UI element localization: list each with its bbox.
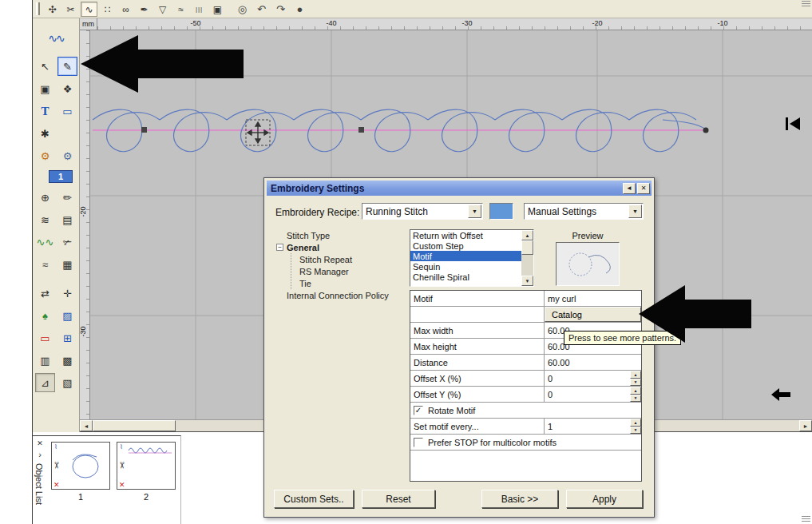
distance-value[interactable]: 60.00 [545,355,641,370]
calligraphy-icon[interactable]: ✒ [136,2,152,17]
list-item[interactable]: Custom Step [410,240,533,251]
recipe-combobox[interactable]: Running Stitch ▼ [362,203,483,220]
offset-y-spinner[interactable]: ▲▼ [630,387,641,402]
bezier-tool-icon[interactable]: ∿ [81,2,97,17]
object-thumbnail-1[interactable]: ⌇ ✂ ✕ [51,442,110,490]
wave-icon[interactable]: ≈ [172,2,189,17]
stitch-colors-tool[interactable]: ∿∿ [35,232,55,252]
panel-expand-icon[interactable]: › [35,450,45,459]
stitches-tool[interactable]: ≈ [35,255,55,274]
prefer-stop-checkbox[interactable] [414,438,423,447]
tree-item-internal-connection-policy[interactable]: Internal Connection Policy [275,289,408,301]
scroll-left-icon[interactable]: ◄ [80,420,93,431]
pencil-tool[interactable]: ✏ [57,188,77,207]
nodes-tool-icon[interactable]: ∷ [99,2,116,17]
toolbar-grip[interactable] [36,2,40,15]
custom-sets-button[interactable]: Custom Sets.. [274,490,354,508]
image-tool[interactable]: ▨ [57,306,77,325]
list-scrollbar[interactable]: ▲ ▼ [521,230,533,286]
dropdown-arrow-icon[interactable]: ▼ [468,204,481,218]
align-tool[interactable]: ⇄ [35,284,55,303]
pattern-pencil-tool[interactable]: ▩ [57,351,77,370]
list-item[interactable]: Return with Offset [410,230,533,240]
list-item-selected[interactable]: Motif [410,251,533,261]
transform-tool[interactable]: ❖ [57,79,77,98]
leaf-tool[interactable]: ♠ [35,306,55,325]
redo-icon[interactable]: ↷ [272,2,289,17]
select-tool[interactable]: ↖ [35,57,55,76]
thread-color-swatch[interactable] [489,203,513,220]
basic-button[interactable]: Basic >> [481,490,558,508]
tree-collapse-icon[interactable]: − [276,244,283,251]
spin-down-icon[interactable]: ▼ [630,427,641,435]
gears-tool[interactable]: ⚙ [57,146,77,165]
zoom-tool[interactable]: ⊕ [35,188,55,207]
spin-down-icon[interactable]: ▼ [630,395,641,403]
center-tool[interactable]: ✛ [57,284,77,303]
tree-item-stitch-repeat[interactable]: Stitch Repeat [291,253,408,265]
offset-x-value[interactable]: 0 [548,374,553,383]
object-thumbnail-2[interactable]: ⌇ ✂ ✕ [117,442,176,490]
spin-up-icon[interactable]: ▲ [630,387,641,395]
set-motif-every-value[interactable]: 1 [548,422,553,431]
find-icon[interactable]: ∞ [117,2,134,17]
dialog-pin-button[interactable]: ◄ [623,183,636,194]
splitter-grip-bottom[interactable] [802,516,810,522]
spin-up-icon[interactable]: ▲ [630,371,641,379]
apply-button[interactable]: Apply [566,490,643,508]
selection-handle[interactable] [358,127,364,133]
scrollbar-thumb[interactable] [521,240,533,255]
clipboard-tool[interactable]: ▧ [57,373,77,392]
end-node[interactable] [703,128,709,133]
knife-tool[interactable]: ✱ [35,124,55,143]
tree-item-stitch-type[interactable]: Stitch Type [275,229,408,241]
tree-item-tie[interactable]: Tie [291,277,408,289]
reset-button[interactable]: Reset [362,490,435,508]
table-tool[interactable]: ▥ [35,351,55,370]
settings-mode-combobox[interactable]: Manual Settings ▼ [524,203,644,220]
splitter-grip-top[interactable] [802,1,810,7]
filmstrip-tool[interactable]: ▤ [57,210,77,229]
stamp-icon[interactable]: ▣ [209,2,226,17]
tree-item-rs-manager[interactable]: RS Manager [291,265,408,277]
spin-up-icon[interactable]: ▲ [630,419,641,427]
pens-tool[interactable]: ≋ [35,210,55,229]
spin-down-icon[interactable]: ▼ [630,379,641,387]
funnel-icon[interactable]: ▽ [154,2,171,17]
undo-icon[interactable]: ↶ [253,2,270,17]
dialog-titlebar[interactable]: Embroidery Settings ◄ ✕ [267,181,652,196]
flower-tool-icon[interactable]: ✣ [44,2,61,17]
stitch-type-listbox[interactable]: Return with Offset Custom Step Motif Seq… [410,229,534,287]
shape-tool[interactable]: ▭ [57,101,77,121]
set-motif-every-spinner[interactable]: ▲▼ [630,419,641,434]
scissors-icon[interactable]: ✂ [62,2,79,17]
scroll-down-icon[interactable]: ▼ [521,276,533,286]
selection-handle[interactable] [141,127,147,133]
grid-tool[interactable]: ⊞ [57,328,77,347]
ring-icon[interactable]: ◎ [234,2,251,17]
redraw-tool[interactable]: ▣ [35,79,55,98]
color-count-badge[interactable]: 1 [49,170,73,183]
list-item[interactable]: Chenille Spiral [410,272,533,282]
offset-x-spinner[interactable]: ▲▼ [630,371,641,386]
offset-y-value[interactable]: 0 [548,390,553,399]
tree-item-general[interactable]: − General [275,241,408,253]
catalog-button[interactable]: Catalog [545,307,641,322]
edit-points-tool[interactable]: ✎ [57,57,77,76]
cut-curve-tool[interactable]: ✃ [57,232,77,252]
list-item[interactable]: Sequin [410,261,533,272]
motif-name-value[interactable]: my curl [545,291,641,306]
scroll-right-icon[interactable]: ► [799,420,812,431]
rotate-motif-checkbox[interactable]: ✓ [414,406,423,415]
text-tool[interactable]: T [35,101,55,121]
dialog-close-button[interactable]: ✕ [637,183,650,194]
wrench-tool[interactable]: ⚙ [35,146,55,165]
outline-shape-tool[interactable]: ▭ [35,328,55,347]
frames-tool[interactable]: ▦ [57,255,77,274]
measure-tool[interactable]: ⊿ [35,373,55,392]
motif-squiggle-tool[interactable]: ∿∿ [36,28,76,49]
panel-close-icon[interactable]: ✕ [35,439,45,448]
scroll-up-icon[interactable]: ▲ [521,230,533,240]
barcode-icon[interactable]: ||| [191,2,208,17]
record-icon[interactable]: ● [291,2,308,17]
